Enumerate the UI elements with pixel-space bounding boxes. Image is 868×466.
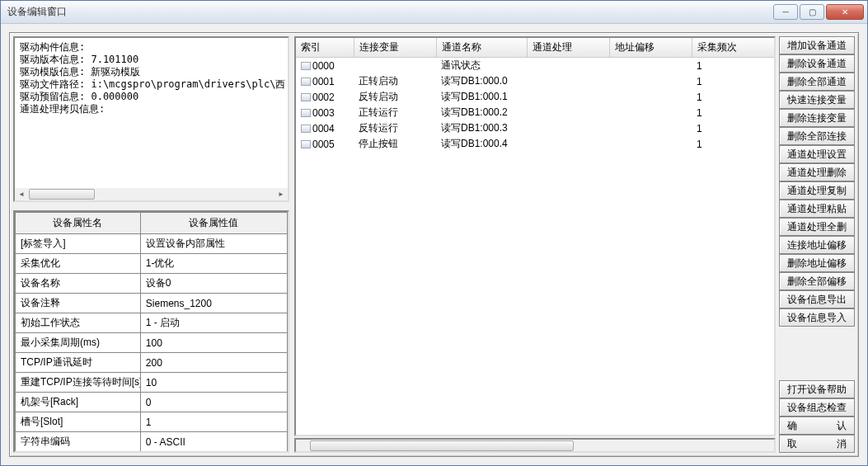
channel-row[interactable]: 0003正转运行读写DB1:000.21 bbox=[296, 105, 774, 120]
property-name: 字符串解码顺序 bbox=[16, 452, 141, 454]
row-icon bbox=[301, 109, 311, 117]
property-value[interactable]: Siemens_1200 bbox=[140, 294, 287, 313]
chan-header-offset[interactable]: 地址偏移 bbox=[609, 38, 692, 58]
channel-cell-freq: 1 bbox=[692, 58, 774, 74]
channel-cell-index: 0000 bbox=[296, 58, 354, 74]
scroll-right-icon[interactable]: ► bbox=[274, 188, 288, 200]
property-row[interactable]: 采集优化1-优化 bbox=[16, 254, 288, 274]
property-value[interactable]: 0 bbox=[140, 393, 287, 412]
action-button[interactable]: 通道处理粘贴 bbox=[779, 200, 855, 218]
channel-cell-name: 读写DB1:000.3 bbox=[436, 120, 527, 136]
channel-cell-offset bbox=[609, 105, 692, 120]
channel-cell-offset bbox=[609, 120, 692, 136]
channel-scrollbar[interactable] bbox=[294, 438, 776, 453]
action-button[interactable]: 设备组态检查 bbox=[779, 398, 855, 417]
titlebar: 设备编辑窗口 ─ ▢ ✕ bbox=[1, 1, 867, 24]
property-row[interactable]: 字符串编码0 - ASCII bbox=[16, 432, 288, 452]
property-value[interactable]: 200 bbox=[140, 353, 287, 373]
action-button[interactable]: 删除连接变量 bbox=[779, 109, 855, 127]
info-scrollbar[interactable]: ◄ ► bbox=[13, 188, 289, 202]
row-icon bbox=[301, 78, 311, 86]
action-button[interactable]: 删除全部通道 bbox=[779, 73, 855, 91]
prop-header-value: 设备属性值 bbox=[140, 213, 287, 234]
channel-cell-offset bbox=[609, 89, 692, 105]
action-button[interactable]: 通道处理设置 bbox=[779, 145, 855, 163]
property-name: 重建TCP/IP连接等待时间[s] bbox=[16, 373, 141, 393]
channel-cell-proc bbox=[527, 73, 609, 89]
channel-cell-offset bbox=[609, 136, 692, 152]
action-button[interactable]: 删除全部连接 bbox=[779, 127, 855, 145]
property-row[interactable]: [标签导入]设置设备内部属性 bbox=[16, 234, 288, 254]
chan-header-index[interactable]: 索引 bbox=[296, 38, 354, 58]
action-button[interactable]: 通道处理删除 bbox=[779, 163, 855, 181]
action-button[interactable]: 删除设备通道 bbox=[779, 54, 855, 73]
property-row[interactable]: 字符串解码顺序0 - 21 bbox=[16, 452, 288, 454]
property-row[interactable]: 设备名称设备0 bbox=[16, 274, 288, 294]
action-button[interactable]: 取 消 bbox=[779, 435, 855, 453]
property-name: 采集优化 bbox=[16, 254, 141, 274]
property-name: 字符串编码 bbox=[16, 432, 141, 452]
property-row[interactable]: 最小采集周期(ms)100 bbox=[16, 333, 288, 353]
window-title: 设备编辑窗口 bbox=[7, 5, 773, 19]
action-button[interactable]: 通道处理复制 bbox=[779, 181, 855, 200]
action-button[interactable]: 通道处理全删 bbox=[779, 218, 855, 236]
channel-cell-name: 读写DB1:000.2 bbox=[436, 105, 527, 120]
property-row[interactable]: TCP/IP通讯延时200 bbox=[16, 353, 288, 373]
action-button[interactable]: 设备信息导出 bbox=[779, 290, 855, 308]
property-name: 设备注释 bbox=[16, 294, 141, 313]
action-button[interactable]: 删除地址偏移 bbox=[779, 254, 855, 272]
property-value[interactable]: 1 - 启动 bbox=[140, 313, 287, 333]
channel-row[interactable]: 0000通讯状态1 bbox=[296, 58, 774, 74]
action-button[interactable]: 连接地址偏移 bbox=[779, 236, 855, 254]
channel-cell-freq: 1 bbox=[692, 136, 774, 152]
property-value[interactable]: 10 bbox=[140, 373, 287, 393]
channel-row[interactable]: 0004反转运行读写DB1:000.31 bbox=[296, 120, 774, 136]
action-button[interactable]: 设备信息导入 bbox=[779, 308, 855, 327]
property-row[interactable]: 槽号[Slot]1 bbox=[16, 412, 288, 432]
property-row[interactable]: 重建TCP/IP连接等待时间[s]10 bbox=[16, 373, 288, 393]
channel-cell-index: 0001 bbox=[296, 73, 354, 89]
channel-cell-freq: 1 bbox=[692, 105, 774, 120]
channel-cell-name: 通讯状态 bbox=[436, 58, 527, 74]
channel-cell-var: 正转启动 bbox=[354, 73, 436, 89]
property-value[interactable]: 1 bbox=[140, 412, 287, 432]
scroll-left-icon[interactable]: ◄ bbox=[15, 188, 28, 200]
chan-header-name[interactable]: 通道名称 bbox=[436, 38, 527, 58]
channel-row[interactable]: 0001正转启动读写DB1:000.01 bbox=[296, 73, 774, 89]
chan-header-var[interactable]: 连接变量 bbox=[354, 38, 436, 58]
channel-row[interactable]: 0002反转启动读写DB1:000.11 bbox=[296, 89, 774, 105]
action-button[interactable]: 打开设备帮助 bbox=[779, 380, 855, 398]
action-button[interactable]: 快速连接变量 bbox=[779, 91, 855, 109]
action-button[interactable]: 增加设备通道 bbox=[779, 36, 855, 54]
property-value[interactable]: 100 bbox=[140, 333, 287, 353]
property-value[interactable]: 设置设备内部属性 bbox=[140, 234, 287, 254]
action-button[interactable]: 删除全部偏移 bbox=[779, 272, 855, 290]
channel-row[interactable]: 0005停止按钮读写DB1:000.41 bbox=[296, 136, 774, 152]
channel-cell-freq: 1 bbox=[692, 120, 774, 136]
channel-grid: 索引 连接变量 通道名称 通道处理 地址偏移 采集频次 0000通讯状态1000… bbox=[294, 36, 776, 436]
property-value[interactable]: 设备0 bbox=[140, 274, 287, 294]
property-name: 槽号[Slot] bbox=[16, 412, 141, 432]
action-button[interactable]: 确 认 bbox=[779, 417, 855, 435]
maximize-button[interactable]: ▢ bbox=[800, 4, 824, 20]
property-row[interactable]: 设备注释Siemens_1200 bbox=[16, 294, 288, 313]
chan-header-freq[interactable]: 采集频次 bbox=[692, 38, 774, 58]
property-table: 设备属性名 设备属性值 [标签导入]设置设备内部属性采集优化1-优化设备名称设备… bbox=[13, 210, 289, 453]
channel-cell-offset bbox=[609, 58, 692, 74]
property-value[interactable]: 1-优化 bbox=[140, 254, 287, 274]
channel-cell-proc bbox=[527, 120, 609, 136]
close-button[interactable]: ✕ bbox=[826, 4, 864, 20]
channel-cell-proc bbox=[527, 105, 609, 120]
property-name: 机架号[Rack] bbox=[16, 393, 141, 412]
property-value[interactable]: 0 - 21 bbox=[140, 452, 287, 454]
minimize-button[interactable]: ─ bbox=[773, 4, 798, 20]
scroll-thumb[interactable] bbox=[29, 189, 95, 200]
left-column: 驱动构件信息: 驱动版本信息: 7.101100 驱动模版信息: 新驱动模版 驱… bbox=[13, 36, 289, 453]
property-row[interactable]: 初始工作状态1 - 启动 bbox=[16, 313, 288, 333]
property-name: 最小采集周期(ms) bbox=[16, 333, 141, 353]
property-row[interactable]: 机架号[Rack]0 bbox=[16, 393, 288, 412]
property-value[interactable]: 0 - ASCII bbox=[140, 432, 287, 452]
chan-header-proc[interactable]: 通道处理 bbox=[527, 38, 609, 58]
main-area: 驱动构件信息: 驱动版本信息: 7.101100 驱动模版信息: 新驱动模版 驱… bbox=[9, 32, 859, 457]
scroll-thumb[interactable] bbox=[310, 440, 574, 451]
